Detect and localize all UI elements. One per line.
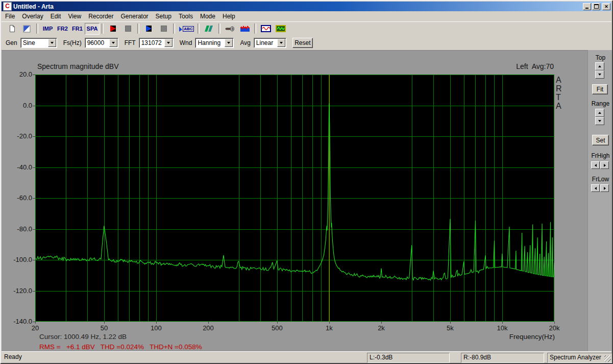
generator-type-select[interactable]: Sine — [20, 38, 57, 48]
marker-button[interactable]: ABC — [177, 23, 195, 35]
fr1-mode-button[interactable]: Fr1 — [70, 23, 85, 35]
fft-size-select[interactable]: 131072 — [139, 38, 174, 48]
chevron-down-icon[interactable] — [277, 39, 285, 47]
axis-tick-label: 20k — [540, 324, 569, 332]
tick-mark — [33, 106, 35, 106]
x-axis-title: Frequency(Hz) — [509, 333, 555, 341]
maximize-button[interactable] — [592, 3, 600, 10]
tick-mark — [33, 198, 35, 199]
fs-label: Fs(Hz) — [63, 39, 82, 46]
menu-item-setup[interactable]: Setup — [152, 12, 175, 21]
overlay-icon — [205, 25, 213, 32]
chevron-down-icon[interactable] — [109, 39, 117, 47]
record-start-button[interactable] — [106, 23, 120, 35]
generator-start-button[interactable] — [141, 23, 156, 35]
calibration-button[interactable] — [223, 23, 237, 35]
menu-item-generator[interactable]: Generator — [117, 12, 152, 21]
chevron-down-icon[interactable] — [48, 39, 56, 47]
left-level-panel: L:-0.3dB — [367, 353, 450, 363]
frlow-right-button[interactable] — [600, 184, 609, 192]
axis-tick-label: 100 — [142, 324, 170, 332]
toolbar-separator — [254, 23, 256, 34]
window-function-select[interactable]: Hanning — [195, 38, 234, 48]
averaging-select[interactable]: Linear — [254, 38, 286, 48]
record-stop-button[interactable] — [120, 23, 135, 35]
fr2-mode-button[interactable]: Fr2 — [55, 23, 70, 35]
menu-item-edit[interactable]: Edit — [47, 12, 65, 21]
reset-button[interactable]: Reset — [292, 38, 313, 48]
minimize-button[interactable] — [583, 3, 591, 10]
measurement-controls: Gen Sine Fs(Hz) 96000 FFT 131072 Wnd Han… — [2, 36, 611, 50]
spa-mode-button[interactable]: Spa — [85, 23, 100, 35]
menu-item-file[interactable]: File — [2, 12, 18, 21]
imp-mode-label: Imp — [43, 26, 53, 32]
right-level-panel: R:-80.9dB — [461, 353, 544, 363]
generator-stop-icon — [161, 26, 167, 32]
tick-mark — [33, 136, 35, 137]
menu-item-recorder[interactable]: Recorder — [85, 12, 117, 21]
tick-mark — [277, 322, 278, 324]
chart-title: Spectrum magnitude dBV — [37, 62, 119, 70]
frlow-left-button[interactable] — [591, 184, 600, 192]
wnd-label: Wnd — [180, 39, 192, 46]
tick-mark — [502, 322, 503, 324]
cursor-readout: Cursor: 1000.49 Hz, 1.22 dB — [39, 333, 127, 341]
toolbar-separator — [102, 23, 104, 34]
gen-label: Gen — [6, 39, 17, 46]
generator-stop-button[interactable] — [156, 23, 171, 35]
chart-channel-info: Left Avg:70 — [516, 62, 554, 70]
toolbar-separator — [218, 23, 220, 34]
app-icon[interactable]: C — [3, 2, 12, 11]
spectrum-view-icon — [240, 26, 250, 32]
menu-item-tools[interactable]: Tools — [175, 12, 197, 21]
axis-tick-label: -20.0 — [2, 132, 32, 140]
top-up-button[interactable] — [595, 62, 604, 70]
new-document-icon — [8, 25, 16, 33]
tick-mark — [33, 167, 35, 168]
menu-item-overlay[interactable]: Overlay — [18, 12, 46, 21]
imp-mode-button[interactable]: Imp — [40, 23, 55, 35]
sine-scope-button[interactable] — [258, 23, 273, 35]
overlay-button[interactable] — [202, 23, 216, 35]
top-down-button[interactable] — [595, 70, 604, 79]
range-up-button[interactable] — [595, 109, 604, 117]
maximize-icon — [594, 4, 599, 9]
axis-tick-label: -60.0 — [2, 194, 32, 202]
tick-mark — [33, 229, 35, 230]
frlow-label: FrLow — [588, 176, 613, 183]
sine-scope-icon — [261, 25, 271, 32]
rms-thd-readout: RMS = +6.1 dBV THD =0.024% THD+N =0.058% — [39, 343, 202, 351]
menu-bar: File Overlay Edit View Recorder Generato… — [2, 11, 611, 21]
spectrum-view-button[interactable] — [237, 23, 252, 35]
close-button[interactable]: ✕ — [602, 3, 610, 10]
sample-rate-select[interactable]: 96000 — [85, 38, 118, 48]
scale-view-button[interactable] — [19, 23, 34, 35]
signal-scope-button[interactable] — [273, 23, 288, 35]
axis-tick-label: -80.0 — [2, 225, 32, 233]
frhigh-left-button[interactable] — [591, 161, 600, 169]
menu-item-view[interactable]: View — [64, 12, 85, 21]
frhigh-label: FrHigh — [588, 152, 613, 159]
range-down-button[interactable] — [595, 117, 604, 125]
menu-item-mode[interactable]: Mode — [197, 12, 219, 21]
set-button[interactable]: Set — [592, 135, 609, 145]
toolbar-separator — [198, 23, 200, 34]
status-bar: Ready L:-0.3dB R:-80.9dB Spectrum Analyz… — [2, 351, 611, 362]
tick-mark — [33, 75, 35, 75]
arta-watermark: A R T A — [556, 76, 566, 110]
axis-tick-label: -120.0 — [2, 287, 32, 295]
toolbar-separator — [173, 23, 175, 34]
axis-tick-label: 10k — [488, 324, 517, 332]
chevron-down-icon[interactable] — [225, 39, 233, 47]
generator-start-icon — [146, 26, 152, 32]
title-bar[interactable]: C Untitled - Arta ✕ — [2, 2, 611, 11]
frhigh-right-button[interactable] — [600, 161, 609, 169]
fit-button[interactable]: Fit — [592, 84, 608, 94]
window-title: Untitled - Arta — [13, 3, 582, 10]
plot-area[interactable] — [35, 75, 554, 322]
new-document-button[interactable] — [5, 23, 19, 35]
axis-tick-label: 2k — [367, 324, 396, 332]
resize-grip[interactable] — [604, 355, 611, 362]
chevron-down-icon[interactable] — [164, 39, 173, 47]
menu-item-help[interactable]: Help — [219, 12, 239, 21]
